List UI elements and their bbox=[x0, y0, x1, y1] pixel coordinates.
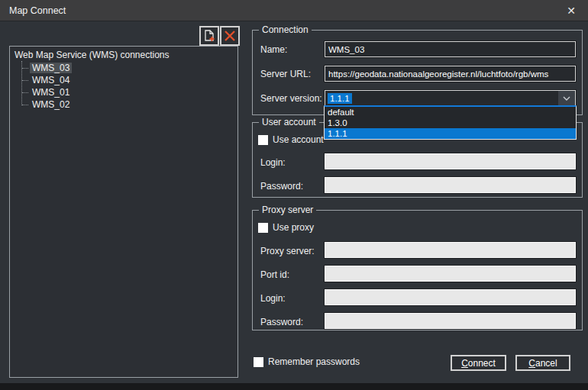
name-label: Name: bbox=[260, 44, 287, 55]
combo-arrow-button[interactable] bbox=[558, 91, 575, 105]
dropdown-option-130[interactable]: 1.3.0 bbox=[325, 118, 576, 128]
delete-connection-button[interactable] bbox=[220, 26, 240, 46]
list-item-wms-04[interactable]: WMS_04 bbox=[10, 74, 237, 86]
server-version-value: 1.1.1 bbox=[328, 93, 352, 104]
proxy-server-group: Proxy server Use proxy Proxy server: Por… bbox=[252, 210, 583, 330]
dropdown-option-default[interactable]: default bbox=[325, 107, 576, 118]
chevron-down-icon bbox=[563, 96, 570, 101]
window-bottom-edge bbox=[0, 383, 588, 390]
connection-group-title: Connection bbox=[259, 24, 312, 35]
close-icon[interactable]: ✕ bbox=[559, 0, 583, 21]
list-item-wms-01[interactable]: WMS_01 bbox=[10, 86, 237, 98]
port-id-field[interactable] bbox=[325, 266, 576, 282]
titlebar: Map Connect ✕ bbox=[0, 0, 588, 21]
remember-passwords-row[interactable]: Remember passwords bbox=[254, 356, 360, 367]
proxy-login-label: Login: bbox=[260, 293, 286, 304]
proxy-password-field[interactable] bbox=[325, 313, 576, 329]
use-account-checkbox-row[interactable]: Use account bbox=[258, 134, 324, 145]
new-document-icon bbox=[202, 29, 216, 43]
server-url-field[interactable] bbox=[325, 66, 576, 82]
new-connection-button[interactable] bbox=[199, 26, 219, 46]
delete-x-icon bbox=[223, 29, 237, 43]
cancel-button[interactable]: Cancel bbox=[515, 355, 570, 371]
account-password-field[interactable] bbox=[325, 177, 576, 193]
tree-root-label: Web Map Service (WMS) connections bbox=[10, 49, 237, 61]
account-password-label: Password: bbox=[260, 181, 303, 192]
server-version-dropdown: default 1.3.0 1.1.1 bbox=[324, 105, 577, 140]
proxy-login-field[interactable] bbox=[325, 289, 576, 305]
proxy-server-field[interactable] bbox=[325, 242, 576, 258]
use-proxy-checkbox-row[interactable]: Use proxy bbox=[258, 222, 314, 233]
account-login-label: Login: bbox=[260, 157, 286, 168]
proxy-group-title: Proxy server bbox=[259, 205, 316, 215]
server-version-combobox[interactable]: 1.1.1 bbox=[325, 90, 576, 106]
use-proxy-checkbox[interactable] bbox=[258, 223, 268, 233]
use-account-label: Use account bbox=[273, 134, 324, 145]
connection-group: Connection Name: Server URL: Server vers… bbox=[252, 30, 583, 115]
port-id-label: Port id: bbox=[260, 269, 289, 280]
account-login-field[interactable] bbox=[325, 153, 576, 169]
dropdown-option-111[interactable]: 1.1.1 bbox=[325, 128, 576, 139]
list-item-wms-02[interactable]: WMS_02 bbox=[10, 98, 237, 111]
name-field[interactable] bbox=[325, 41, 576, 57]
remember-passwords-checkbox[interactable] bbox=[254, 357, 263, 367]
map-connect-dialog: Map Connect ✕ Web Map Service (WMS) conn… bbox=[0, 0, 588, 390]
list-item-wms-03[interactable]: WMS_03 bbox=[10, 62, 237, 74]
server-version-label: Server version: bbox=[260, 93, 322, 104]
proxy-server-label: Proxy server: bbox=[260, 246, 315, 256]
remember-passwords-label: Remember passwords bbox=[268, 356, 360, 367]
proxy-password-label: Password: bbox=[260, 317, 303, 327]
connect-button[interactable]: Connect bbox=[451, 355, 506, 371]
use-account-checkbox[interactable] bbox=[258, 135, 268, 145]
use-proxy-label: Use proxy bbox=[273, 222, 314, 233]
connections-list[interactable]: Web Map Service (WMS) connections WMS_03… bbox=[9, 46, 238, 378]
user-account-group-title: User account bbox=[259, 117, 319, 127]
window-title: Map Connect bbox=[9, 0, 66, 21]
server-url-label: Server URL: bbox=[260, 69, 311, 79]
